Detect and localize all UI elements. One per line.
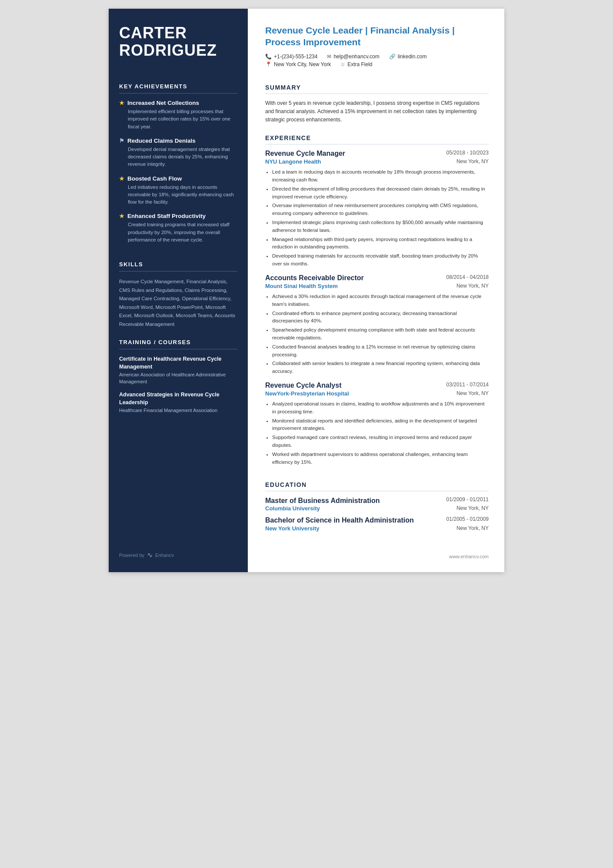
achievements-title: KEY ACHIEVEMENTS — [119, 83, 237, 90]
achievement-item: ★ Increased Net Collections Implemented … — [119, 100, 237, 131]
training-org: Healthcare Financial Management Associat… — [119, 407, 237, 414]
education-divider — [265, 491, 489, 491]
job-bullets: Analyzed operational issues in claims, l… — [272, 400, 489, 466]
exp-header: Revenue Cycle Manager 05/2018 - 10/2023 — [265, 150, 489, 158]
extra-contact: ☆ Extra Field — [340, 61, 372, 67]
training-list: Certificate in Healthcare Revenue Cycle … — [119, 355, 237, 420]
location-value: New York City, New York — [274, 61, 331, 67]
job-dates: 08/2014 - 04/2018 — [446, 274, 489, 280]
achievement-title: ★ Enhanced Staff Productivity — [119, 213, 237, 219]
bullet-item: Monitored statistical reports and identi… — [272, 417, 489, 433]
job-org: Mount Sinai Health System — [265, 283, 338, 289]
bullet-item: Analyzed operational issues in claims, l… — [272, 400, 489, 416]
resume-headline: Revenue Cycle Leader | Financial Analysi… — [265, 24, 489, 48]
candidate-name: CARTER RODRIGUEZ — [119, 24, 237, 59]
training-course-title: Advanced Strategies in Revenue Cycle Lea… — [119, 391, 237, 406]
training-divider — [119, 349, 237, 349]
edu-header: Master of Business Administration 01/200… — [265, 496, 489, 506]
edu-dates: 01/2009 - 01/2011 — [446, 496, 489, 503]
powered-by: Powered by ∿ Enhancv — [119, 538, 237, 559]
education-item: Master of Business Administration 01/200… — [265, 496, 489, 512]
name-line2: RODRIGUEZ — [119, 41, 217, 59]
achievement-title: ★ Boosted Cash Flow — [119, 175, 237, 182]
job-location: New York, NY — [456, 158, 489, 166]
summary-text: With over 5 years in revenue cycle leade… — [265, 99, 489, 124]
achievement-title: ★ Increased Net Collections — [119, 100, 237, 106]
location-contact: 📍 New York City, New York — [265, 61, 331, 67]
exp-subheader: Mount Sinai Health System New York, NY — [265, 283, 489, 290]
exp-subheader: NewYork-Presbyterian Hospital New York, … — [265, 390, 489, 398]
resume-container: CARTER RODRIGUEZ KEY ACHIEVEMENTS ★ Incr… — [109, 9, 504, 572]
email-contact: ✉ help@enhancv.com — [327, 54, 379, 60]
job-dates: 05/2018 - 10/2023 — [446, 150, 489, 156]
email-icon: ✉ — [327, 54, 331, 60]
skills-text: Revenue Cycle Management, Financial Anal… — [119, 278, 237, 328]
location-icon: 📍 — [265, 61, 272, 67]
experience-item: Revenue Cycle Manager 05/2018 - 10/2023 … — [265, 150, 489, 274]
footer-url: www.enhancv.com — [449, 554, 489, 559]
exp-header: Accounts Receivable Director 08/2014 - 0… — [265, 274, 489, 282]
achievements-list: ★ Increased Net Collections Implemented … — [119, 100, 237, 251]
bullet-item: Managed relationships with third-party p… — [272, 236, 489, 251]
job-title: Revenue Cycle Manager — [265, 150, 345, 158]
edu-subheader: New York University New York, NY — [265, 525, 489, 532]
achievement-item: ★ Enhanced Staff Productivity Created tr… — [119, 213, 237, 244]
experience-item: Revenue Cycle Analyst 03/2011 - 07/2014 … — [265, 382, 489, 473]
job-bullets: Led a team in reducing days in accounts … — [272, 168, 489, 268]
bullet-item: Conducted financial analyses leading to … — [272, 343, 489, 359]
powered-label: Powered by — [119, 553, 144, 558]
experience-section-title: EXPERIENCE — [265, 134, 489, 141]
phone-contact: 📞 +1-(234)-555-1234 — [265, 54, 317, 60]
training-title: TRAINING / COURSES — [119, 339, 237, 345]
edu-degree: Master of Business Administration — [265, 496, 380, 506]
experience-divider — [265, 144, 489, 144]
edu-school: New York University — [265, 525, 320, 532]
training-course-title: Certificate in Healthcare Revenue Cycle … — [119, 355, 237, 371]
job-location: New York, NY — [456, 283, 489, 290]
skills-divider — [119, 271, 237, 271]
sidebar: CARTER RODRIGUEZ KEY ACHIEVEMENTS ★ Incr… — [109, 9, 248, 572]
edu-header: Bachelor of Science in Health Administra… — [265, 516, 489, 525]
achievements-divider — [119, 93, 237, 94]
contact-row2: 📍 New York City, New York ☆ Extra Field — [265, 61, 489, 67]
achievement-desc: Created training programs that increased… — [119, 221, 237, 244]
bullet-item: Coordinated efforts to enhance payment p… — [272, 310, 489, 325]
bullet-item: Worked with department supervisors to ad… — [272, 451, 489, 466]
summary-section-title: SUMMARY — [265, 84, 489, 91]
training-item: Advanced Strategies in Revenue Cycle Lea… — [119, 391, 237, 414]
training-org: American Association of Healthcare Admin… — [119, 372, 237, 385]
bullet-item: Directed the development of billing proc… — [272, 185, 489, 201]
main-footer: www.enhancv.com — [265, 545, 489, 559]
linkedin-value: linkedin.com — [398, 54, 427, 60]
achievement-item: ★ Boosted Cash Flow Led initiatives redu… — [119, 175, 237, 206]
star-icon: ★ — [119, 100, 124, 106]
edu-degree: Bachelor of Science in Health Administra… — [265, 516, 414, 525]
experience-item: Accounts Receivable Director 08/2014 - 0… — [265, 274, 489, 382]
achievement-desc: Developed denial management strategies t… — [119, 146, 237, 168]
bullet-item: Oversaw implementation of new reimbursem… — [272, 202, 489, 218]
bullet-item: Developed training materials for account… — [272, 252, 489, 268]
star-outline-icon: ☆ — [340, 61, 345, 67]
main-content: Revenue Cycle Leader | Financial Analysi… — [248, 9, 504, 572]
contact-row: 📞 +1-(234)-555-1234 ✉ help@enhancv.com 🔗… — [265, 54, 489, 60]
training-item: Certificate in Healthcare Revenue Cycle … — [119, 355, 237, 385]
bullet-item: Collaborated with senior leaders to inte… — [272, 360, 489, 375]
enhancv-logo-icon: ∿ — [147, 551, 153, 559]
edu-location: New York, NY — [456, 505, 489, 512]
bullet-item: Implemented strategic plans improving ca… — [272, 219, 489, 235]
star-icon: ★ — [119, 175, 124, 182]
bullet-item: Supported managed care contract reviews,… — [272, 434, 489, 449]
extra-value: Extra Field — [347, 61, 372, 67]
job-title: Revenue Cycle Analyst — [265, 382, 341, 389]
education-section-title: EDUCATION — [265, 481, 489, 488]
job-title: Accounts Receivable Director — [265, 274, 364, 282]
edu-school: Columbia University — [265, 505, 320, 512]
brand-name: Enhancv — [155, 553, 174, 558]
job-dates: 03/2011 - 07/2014 — [446, 382, 489, 388]
email-value: help@enhancv.com — [333, 54, 379, 60]
edu-location: New York, NY — [456, 525, 489, 532]
summary-divider — [265, 94, 489, 94]
phone-icon: 📞 — [265, 54, 272, 60]
bullet-item: Spearheaded policy development ensuring … — [272, 326, 489, 342]
job-location: New York, NY — [456, 390, 489, 398]
